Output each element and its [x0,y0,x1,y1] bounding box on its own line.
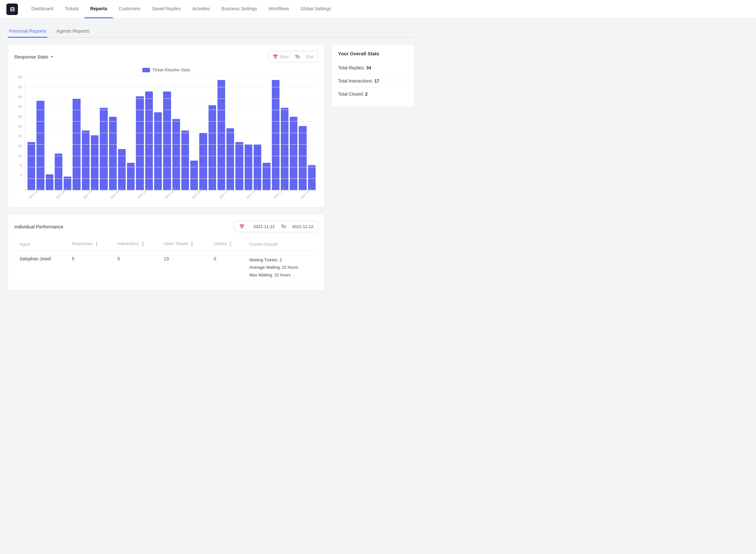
chart-bar[interactable] [235,142,243,190]
x-axis-label: 2021-11-06 [246,191,253,199]
chart-bar[interactable] [136,96,143,190]
chart-bar[interactable] [308,165,315,190]
chart-bar[interactable] [46,174,53,190]
y-axis-label: 20 [14,134,22,138]
chart-bar[interactable] [27,142,35,190]
col-interactions[interactable]: Interactions ▲▼ [112,237,159,251]
perf-date-range[interactable]: 📅 2021-11-12 To 2021-11-12 [234,221,318,232]
responses-sort-icon: ▲▼ [95,241,98,247]
x-axis-label: 2021-10-31 [191,191,199,199]
chart-bar[interactable] [253,144,261,190]
y-axis-label: 15 [14,144,22,148]
nav-item-global-settings[interactable]: Global Settings [295,0,337,18]
nav-item-workflows[interactable]: Workflows [263,0,295,18]
chevron-down-icon: ▾ [51,54,53,59]
app-logo[interactable]: ⊟ [6,3,18,15]
nav-item-reports[interactable]: Reports [84,0,113,18]
page-content: Personal Reports Agents Reports Response… [0,18,422,303]
date-end-placeholder: End [306,54,313,59]
chart-bar[interactable] [199,133,207,190]
legend-color-box [142,68,150,72]
stat-total-closed: Total Closed: 2 [338,88,408,100]
x-axis-label: 2021-11-09 [273,191,281,199]
chart-bar[interactable] [145,92,153,190]
tab-agents-reports[interactable]: Agents Reports [55,25,91,38]
x-axis-label: 2021-10-16 [55,191,63,199]
y-axis-label: 10 [14,154,22,158]
chart-bar[interactable] [109,117,117,190]
stat-replies-label: Total Replies: [338,65,365,70]
chart-bar[interactable] [245,144,252,190]
table-body: Sahjahan Jewel55130Waiting Tickets: 2Ave… [14,251,318,284]
bars-area: 2021-10-132021-10-162021-10-192021-10-22… [24,75,318,198]
chart-container: Ticket Resolve Stats 0510152025303540455… [14,67,318,201]
stat-total-replies: Total Replies: 34 [338,61,408,74]
date-range-picker[interactable]: 📅 Start To End [268,51,318,62]
col-closed[interactable]: Closed ▲▼ [209,237,244,251]
x-axis-label: 2021-10-22 [110,191,117,199]
x-axis-label [210,191,217,199]
tab-personal-reports[interactable]: Personal Reports [8,25,47,38]
x-axis-label [146,191,154,199]
chart-bar[interactable] [172,119,180,190]
nav-item-activities[interactable]: Activities [186,0,216,18]
x-axis-label [101,191,108,199]
y-axis-label: 25 [14,125,22,128]
chart-bar[interactable] [73,99,80,190]
chart-bar[interactable] [281,108,288,190]
response-stats-title-btn[interactable]: Response Stats ▾ [14,54,53,59]
chart-bar[interactable] [299,126,306,190]
y-axis-label: 30 [14,115,22,118]
chart-bar[interactable] [190,161,198,190]
chart-bar[interactable] [91,135,99,190]
nav-items-list: Dashboard Tickets Reports Customers Save… [25,0,337,18]
nav-item-business-settings[interactable]: Business Settings [216,0,263,18]
chart-bar[interactable] [181,130,189,190]
nav-item-dashboard[interactable]: Dashboard [25,0,59,18]
chart-bar[interactable] [118,149,126,190]
nav-item-tickets[interactable]: Tickets [59,0,85,18]
stat-total-interactions: Total Interactions: 17 [338,74,408,88]
chart-bar[interactable] [154,112,162,190]
y-axis-label: 35 [14,105,22,108]
chart-bar[interactable] [163,92,171,190]
stat-closed-label: Total Closed: [338,92,364,97]
chart-bar[interactable] [209,105,216,190]
col-responses[interactable]: Responses ▲▼ [67,237,112,251]
x-labels: 2021-10-132021-10-162021-10-192021-10-22… [24,190,318,198]
col-open-tickets[interactable]: Open Tickets ▲▼ [159,237,209,251]
x-axis-label [119,191,127,199]
table-row: Sahjahan Jewel55130Waiting Tickets: 2Ave… [14,251,318,284]
performance-table: Agent Responses ▲▼ Interactions ▲▼ [14,237,318,284]
chart-bar[interactable] [82,130,90,190]
perf-cal-icon-wrap: 📅 [235,224,249,229]
closed-value: 0 [209,251,244,284]
calendar-icon: 📅 [273,54,278,59]
x-axis-label [309,191,316,199]
chart-bar[interactable] [272,80,280,190]
x-axis-label [227,191,235,199]
x-axis-label [237,191,244,199]
perf-calendar-icon: 📅 [239,224,244,229]
x-axis-label [182,191,190,199]
x-axis-label [200,191,208,199]
chart-bar[interactable] [263,163,270,190]
chart-bar[interactable] [37,101,44,190]
overall-stats-title: Your Overall Stats [338,51,408,56]
stat-interactions-label: Total Interactions: [338,78,373,84]
chart-legend: Ticket Resolve Stats [14,67,318,72]
chart-bar[interactable] [226,128,234,190]
chart-legend-label: Ticket Resolve Stats [153,67,190,72]
stat-closed-value: 2 [365,92,368,97]
col-agent: Agent [14,237,67,251]
chart-bar[interactable] [55,154,62,190]
chart-bar[interactable] [100,108,108,190]
nav-item-saved-replies[interactable]: Saved Replies [146,0,186,18]
chart-bar[interactable] [218,80,225,190]
y-axis-label: 0 [14,174,22,177]
perf-date-from: 2021-11-12 [249,224,279,229]
chart-bar[interactable] [127,163,135,190]
open-tickets-value: 13 [159,251,209,284]
nav-item-customers[interactable]: Customers [113,0,146,18]
chart-bar[interactable] [290,117,297,190]
